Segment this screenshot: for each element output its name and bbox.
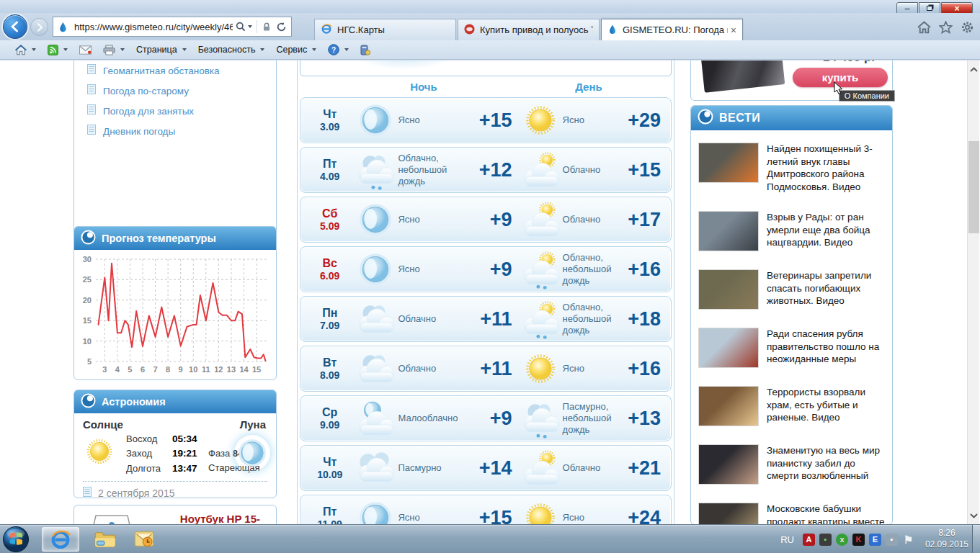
news-thumbnail[interactable]: [698, 328, 759, 368]
sidebar-link[interactable]: Погода по-старому: [87, 84, 276, 97]
news-item[interactable]: Взрыв у Рады: от ран умерли еще два бойц…: [698, 211, 885, 251]
scroll-down-arrow[interactable]: [968, 509, 980, 522]
safety-menu[interactable]: Безопасность: [193, 43, 270, 56]
address-bar[interactable]: https://www.gismeteo.ru/city/weekly/4690…: [53, 17, 292, 37]
weather-row[interactable]: Чт 3.09 Ясно +15 Ясно +29: [300, 97, 672, 143]
show-desktop-button[interactable]: [972, 525, 980, 553]
news-headline[interactable]: Ветеринары запретили спасать погибающих …: [767, 269, 885, 310]
sidebar-link-label[interactable]: Погода по-старому: [103, 86, 189, 96]
weather-row[interactable]: Вс 6.09 Ясно +9 Облачно, небольшой дождь…: [300, 246, 672, 292]
print-button[interactable]: [98, 43, 130, 57]
internet-explorer-taskbar-button[interactable]: [42, 527, 79, 552]
news-headline[interactable]: Найден похищенный 3-летний внук главы Дм…: [767, 143, 885, 193]
weather-row[interactable]: Вт 8.09 Облачно +11 Ясно +16: [300, 346, 672, 392]
action-center-flag-icon[interactable]: ⚑: [902, 534, 914, 546]
day-condition: Облачно: [561, 214, 628, 225]
refresh-icon[interactable]: [275, 18, 288, 35]
weather-row[interactable]: Сб 5.09 Ясно +9 Облачно +17: [300, 197, 672, 243]
news-item[interactable]: Знаменитую на весь мир пианистку забил д…: [698, 444, 885, 485]
news-headline[interactable]: Знаменитую на весь мир пианистку забил д…: [767, 444, 885, 485]
news-item[interactable]: Террористы взорвали храм, есть убитые и …: [698, 386, 885, 426]
home-icon[interactable]: [917, 21, 931, 34]
night-temperature: +15: [463, 109, 520, 132]
news-item[interactable]: Ветеринары запретили спасать погибающих …: [698, 269, 885, 310]
window-titlebar[interactable]: – ×: [0, 0, 980, 13]
antivirus-agent-icon[interactable]: x: [836, 534, 848, 546]
blue-app-icon[interactable]: E: [869, 534, 881, 546]
home-menu-button[interactable]: [10, 43, 41, 57]
svg-text:10: 10: [83, 337, 92, 346]
network-icon[interactable]: ▪: [886, 534, 898, 546]
sidebar-link-label[interactable]: Геомагнитная обстановка: [103, 66, 220, 76]
news-headline[interactable]: Взрыв у Рады: от ран умерли еще два бойц…: [767, 211, 885, 251]
sidebar-link[interactable]: Геомагнитная обстановка: [87, 64, 276, 77]
mail-icon: [79, 45, 92, 55]
weather-row[interactable]: Пн 7.09 Облачно +11 Облачно, небольшой д…: [300, 296, 672, 342]
ad-title[interactable]: Ноутбук HP 15-: [180, 513, 267, 524]
tab-label[interactable]: НГС.Карты: [337, 24, 450, 35]
laptop-ad-banner[interactable]: 24 499 р. купить О Компании: [690, 60, 893, 101]
panel-header: Прогноз температуры: [74, 227, 276, 250]
outlook-taskbar-button[interactable]: [128, 527, 160, 552]
settings-gear-icon[interactable]: [961, 21, 974, 34]
restore-icon: [927, 6, 932, 11]
weather-row[interactable]: Ср 9.09 Малооблачно +9 Пасмурно, небольш…: [300, 395, 672, 441]
sidebar-link-label[interactable]: Дневник погоды: [103, 126, 175, 137]
taskbar-clock[interactable]: 8:26 02.09.2015: [925, 528, 968, 550]
sidebar-link-label[interactable]: Погода для занятых: [103, 106, 194, 117]
weather-row[interactable]: Пт 11.09 Ясно +15 Ясно +24: [300, 495, 672, 524]
svg-text:20: 20: [83, 296, 92, 305]
feeds-button[interactable]: [43, 43, 73, 57]
search-icon[interactable]: [234, 18, 254, 35]
news-headline[interactable]: Террористы взорвали храм, есть убитые и …: [767, 386, 885, 426]
read-mail-button[interactable]: [74, 44, 97, 56]
page-scrollbar[interactable]: [967, 60, 979, 524]
help-menu[interactable]: ?: [323, 42, 354, 57]
scroll-up-arrow[interactable]: [968, 63, 980, 76]
sidebar-link[interactable]: Погода для занятых: [87, 104, 276, 117]
news-thumbnail[interactable]: [698, 386, 759, 426]
file-explorer-taskbar-button[interactable]: [89, 527, 121, 552]
day-condition: Пасмурно, небольшой дождь: [561, 401, 628, 436]
favorites-star-icon[interactable]: [939, 21, 953, 34]
day-of-week: Пт: [305, 505, 355, 518]
mouse-cursor: [834, 81, 843, 98]
url-text[interactable]: https://www.gismeteo.ru/city/weekly/4690…: [74, 22, 233, 32]
tab[interactable]: НГС.Карты: [314, 19, 456, 41]
news-thumbnail[interactable]: [698, 269, 759, 310]
tools-menu[interactable]: Сервис: [271, 43, 321, 56]
tab-close-icon[interactable]: ×: [731, 25, 736, 35]
laptop-ad-box[interactable]: Ноутбук HP 15-: [74, 505, 277, 524]
page-menu[interactable]: Страница: [131, 43, 192, 56]
tab-label[interactable]: Купить привод и полуось То...: [480, 24, 593, 35]
display-utility-icon[interactable]: ▪: [819, 534, 832, 546]
news-item[interactable]: Найден похищенный 3-летний внук главы Дм…: [698, 143, 885, 193]
right-column: 24 499 р. купить О Компании ВЕСТИ Найден…: [690, 60, 894, 524]
forward-button[interactable]: [30, 18, 48, 36]
language-indicator[interactable]: RU: [780, 534, 794, 545]
sidebar-link[interactable]: Дневник погоды: [87, 125, 276, 138]
search-dropdown-caret[interactable]: [248, 25, 252, 28]
news-thumbnail[interactable]: [698, 143, 759, 183]
day-date: 6.09: [305, 270, 355, 282]
misc-tool-button[interactable]: [355, 42, 375, 57]
news-thumbnail[interactable]: [698, 444, 759, 485]
weather-row[interactable]: Чт 10.09 Пасмурно +14 Облачно +21: [300, 445, 672, 491]
tab[interactable]: Купить привод и полуось То...: [458, 19, 600, 41]
start-button[interactable]: [2, 526, 30, 553]
news-item[interactable]: Московские бабушки продают квартиры вмес…: [698, 503, 885, 524]
news-thumbnail[interactable]: [698, 211, 759, 251]
tab-label[interactable]: GISMETEO.RU: Погода в Н...: [623, 24, 728, 35]
news-item[interactable]: Ради спасения рубля правительство пошло …: [698, 328, 885, 368]
back-button[interactable]: [3, 14, 27, 39]
news-thumbnail[interactable]: [698, 503, 759, 524]
news-headline[interactable]: Московские бабушки продают квартиры вмес…: [767, 503, 885, 524]
svg-text:?: ?: [331, 46, 336, 54]
scrollbar-thumb[interactable]: [968, 141, 979, 233]
news-headline[interactable]: Ради спасения рубля правительство пошло …: [767, 328, 885, 368]
tab-active[interactable]: GISMETEO.RU: Погода в Н...×: [601, 19, 743, 41]
night-condition: Облачно: [396, 363, 463, 374]
adobe-reader-icon[interactable]: A: [803, 534, 815, 546]
kaspersky-icon[interactable]: K: [852, 534, 865, 546]
weather-row[interactable]: Пт 4.09 Облачно, небольшой дождь +12 Обл…: [300, 147, 672, 193]
